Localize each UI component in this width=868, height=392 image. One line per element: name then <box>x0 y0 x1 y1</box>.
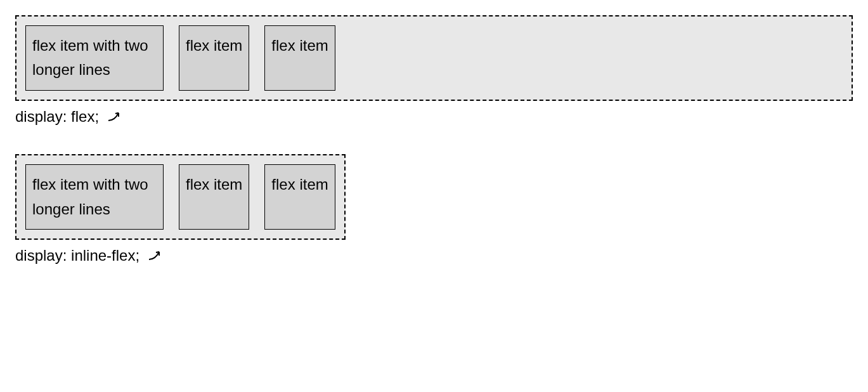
flex-container-block: flex item with two longer lines flex ite… <box>15 15 853 101</box>
inline-flex-caption-text: display: inline-flex; <box>15 247 139 264</box>
flex-item: flex item with two longer lines <box>25 164 164 230</box>
inline-flex-caption: display: inline-flex; <box>15 244 853 268</box>
curved-arrow-icon <box>144 247 164 264</box>
flex-item: flex item <box>179 25 249 91</box>
flex-item: flex item <box>264 164 335 230</box>
flex-item: flex item <box>264 25 335 91</box>
flex-caption: display: flex; <box>15 105 853 129</box>
flex-item: flex item with two longer lines <box>25 25 164 91</box>
flex-caption-text: display: flex; <box>15 108 99 125</box>
flex-item: flex item <box>179 164 249 230</box>
curved-arrow-icon <box>103 108 124 125</box>
flex-container-inline: flex item with two longer lines flex ite… <box>15 154 346 240</box>
